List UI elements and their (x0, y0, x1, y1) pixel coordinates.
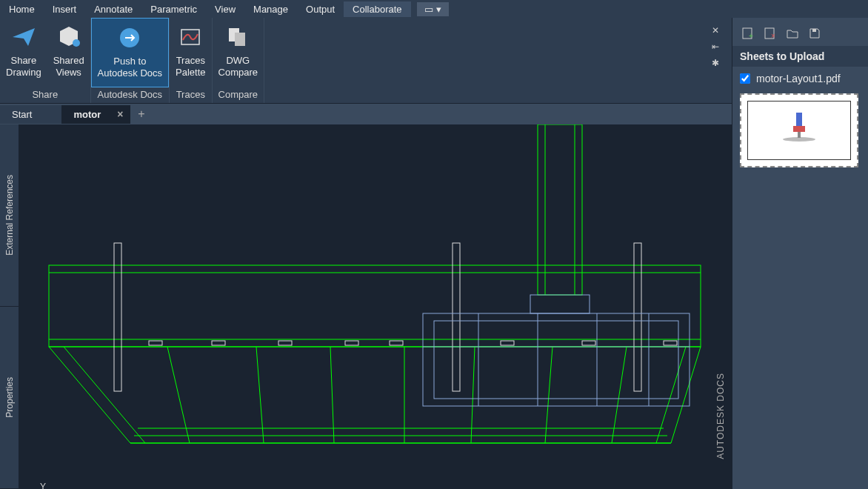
settings-icon[interactable]: ✱ (708, 56, 723, 70)
tab-motor[interactable]: motor × (61, 105, 130, 124)
label-l1: Shared (53, 55, 84, 67)
menu-parametric[interactable]: Parametric (141, 1, 206, 17)
sheet-filename: motor-Layout1.pdf (756, 73, 841, 84)
label-l2: Views (56, 67, 81, 79)
menu-bar: Home Insert Annotate Parametric View Man… (0, 0, 868, 18)
menu-output[interactable]: Output (297, 1, 344, 17)
traces-palette-button[interactable]: Traces Palette (170, 18, 211, 87)
panel-title: Sheets to Upload (732, 46, 868, 67)
sheet-item[interactable]: motor-Layout1.pdf (732, 67, 868, 90)
close-icon[interactable]: × (117, 108, 123, 120)
label-l1: Traces (176, 55, 205, 67)
properties-panel-tab[interactable]: Properties (0, 307, 19, 489)
svg-rect-4 (235, 33, 245, 46)
menu-manage[interactable]: Manage (244, 1, 297, 17)
svg-rect-26 (278, 341, 292, 345)
compare-icon (223, 22, 253, 52)
svg-rect-28 (390, 341, 403, 345)
label-l2: Compare (218, 67, 258, 79)
thumbnail-graphic (777, 108, 821, 153)
svg-rect-27 (345, 341, 358, 345)
label-l1: Push to (113, 56, 146, 67)
menu-home[interactable]: Home (0, 1, 44, 17)
label-l1: DWG (226, 55, 250, 67)
rail-label: External References (4, 175, 15, 256)
svg-rect-46 (812, 29, 816, 32)
rect-icon: ▭ (424, 4, 433, 15)
save-icon[interactable] (807, 25, 823, 41)
label-l2: Autodesk Docs (98, 67, 162, 79)
svg-point-0 (73, 39, 80, 47)
svg-rect-25 (212, 341, 225, 345)
label-l2: Palette (176, 67, 205, 79)
menu-view[interactable]: View (206, 1, 244, 17)
label-l1: Share (10, 55, 36, 67)
external-references-panel-tab[interactable]: External References (0, 124, 19, 307)
sheet-thumbnail[interactable] (740, 93, 861, 167)
svg-rect-24 (149, 341, 162, 345)
collapse-icon[interactable]: ⇤ (708, 40, 723, 53)
ucs-y-label: Y (40, 482, 46, 489)
sheets-upload-panel: + × Sheets to Upload motor-Layout1.pdf (732, 18, 868, 489)
dwg-compare-button[interactable]: DWG Compare (213, 18, 264, 87)
group-label: Autodesk Docs (91, 87, 169, 103)
autodesk-docs-side-label: AUTODESK DOCS (715, 373, 726, 459)
label-l2: Drawing (6, 67, 41, 79)
svg-rect-48 (793, 126, 805, 132)
svg-rect-31 (664, 341, 677, 345)
svg-rect-8 (49, 265, 701, 347)
globe-arrow-icon (115, 23, 144, 53)
svg-rect-30 (582, 341, 595, 345)
chevron-down-icon: ▾ (436, 4, 441, 15)
plane-icon (9, 22, 39, 52)
ribbon-group-traces: Traces Palette Traces (170, 18, 212, 103)
svg-text:×: × (771, 32, 775, 40)
tab-label: motor (73, 109, 101, 120)
sheet-checkbox[interactable] (740, 73, 750, 84)
svg-text:+: + (749, 32, 753, 40)
svg-rect-5 (538, 124, 582, 295)
cube-share-icon (54, 22, 84, 52)
svg-rect-29 (501, 341, 514, 345)
close-panel-icon[interactable]: ✕ (708, 24, 723, 37)
tab-start[interactable]: Start (0, 105, 61, 124)
svg-rect-47 (796, 113, 802, 126)
ribbon-group-share: Share Drawing Shared Views Share (0, 18, 91, 103)
share-drawing-button[interactable]: Share Drawing (0, 18, 47, 87)
shared-views-button[interactable]: Shared Views (47, 18, 90, 87)
svg-rect-50 (798, 132, 801, 138)
ribbon-group-autodesk-docs: Push to Autodesk Docs Autodesk Docs (91, 18, 170, 103)
ribbon-group-compare: DWG Compare Compare (213, 18, 264, 103)
group-label: Share (0, 87, 90, 103)
group-label: Traces (170, 87, 211, 103)
menu-more-dropdown[interactable]: ▭ ▾ (417, 2, 449, 16)
left-rail: External References Properties (0, 124, 19, 489)
svg-rect-32 (423, 313, 690, 406)
new-tab-button[interactable]: + (130, 106, 152, 122)
push-to-docs-button[interactable]: Push to Autodesk Docs (91, 18, 169, 87)
svg-rect-39 (530, 295, 590, 313)
menu-annotate[interactable]: Annotate (85, 1, 141, 17)
rail-label: Properties (4, 377, 15, 418)
menu-collaborate[interactable]: Collaborate (344, 1, 411, 17)
folder-icon[interactable] (784, 25, 801, 41)
panel-toolbar: + × (732, 18, 868, 46)
wave-icon (176, 22, 205, 52)
canvas-controls: ✕ ⇤ ✱ (708, 21, 727, 70)
remove-sheet-icon[interactable]: × (762, 25, 778, 41)
wireframe-drawing (19, 124, 730, 489)
add-sheet-icon[interactable]: + (740, 25, 756, 41)
group-label: Compare (213, 87, 264, 103)
menu-insert[interactable]: Insert (44, 1, 86, 17)
